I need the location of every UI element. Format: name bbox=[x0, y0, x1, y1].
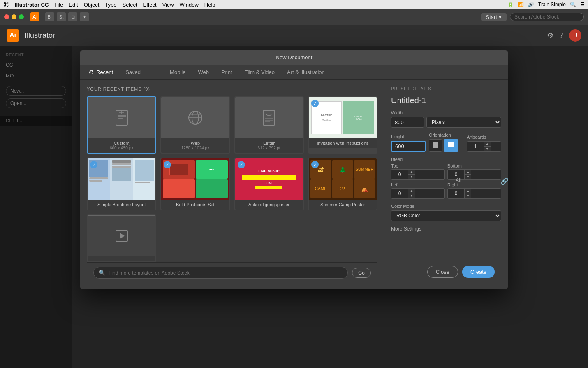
close-traffic-light[interactable] bbox=[4, 14, 9, 19]
create-button[interactable]: Create bbox=[462, 266, 495, 278]
width-input[interactable] bbox=[391, 117, 424, 128]
web-icon bbox=[187, 109, 204, 126]
bleed-top-stepper: ▲ ▼ bbox=[391, 169, 445, 180]
bleed-section: Bleed Top ▲ ▼ bbox=[391, 157, 501, 199]
bleed-label: Bleed bbox=[391, 157, 501, 162]
tab-art-illustration[interactable]: Art & Illustration bbox=[287, 69, 325, 79]
color-mode-select[interactable]: RGB Color CMYK Color Grayscale bbox=[391, 210, 501, 221]
go-button[interactable]: Go bbox=[352, 268, 371, 278]
letter-template-label: Letter 612 x 792 pt bbox=[235, 138, 303, 153]
effect-menu[interactable]: Effect bbox=[143, 2, 157, 8]
train-simple-label: Train Simple bbox=[538, 2, 566, 7]
all-link[interactable]: All bbox=[456, 177, 461, 183]
artboards-decrement[interactable]: ▼ bbox=[484, 147, 491, 151]
summercamp-template-label: Summer Camp Poster bbox=[309, 200, 377, 210]
close-button[interactable]: Close bbox=[427, 266, 458, 278]
portrait-button[interactable] bbox=[429, 139, 442, 152]
volume-icon: 🔊 bbox=[528, 2, 534, 7]
left-label: Left bbox=[391, 182, 445, 187]
width-label: Width bbox=[391, 110, 501, 115]
tab-divider bbox=[155, 71, 155, 78]
traffic-lights bbox=[4, 14, 24, 19]
tab-saved[interactable]: Saved bbox=[125, 69, 141, 79]
view-menu[interactable]: View bbox=[162, 2, 174, 8]
custom-template-label: [Custom] 600 x 450 px bbox=[88, 138, 155, 153]
bleed-left-field: Left ▲ ▼ bbox=[391, 182, 445, 199]
window-menu[interactable]: Window bbox=[180, 2, 199, 8]
stock-search-toolbar[interactable] bbox=[510, 13, 584, 21]
brochure-template-label: Simple Brochure Layout bbox=[88, 200, 155, 210]
fullscreen-traffic-light[interactable] bbox=[19, 14, 24, 19]
wifi-icon: 📶 bbox=[518, 2, 524, 7]
template-custom[interactable]: [Custom] 600 x 450 px bbox=[87, 96, 156, 154]
template-thumb-summercamp: 🏕 🌲 SUMMER CAMP 22 ⛺ bbox=[309, 158, 377, 200]
orientation-field-row: Orientation bbox=[429, 133, 463, 152]
list-icon[interactable]: ☰ bbox=[580, 2, 585, 7]
dialog-body: YOUR RECENT ITEMS (9) bbox=[80, 80, 508, 289]
start-button[interactable]: Start ▾ bbox=[481, 13, 507, 21]
more-settings-link[interactable]: More Settings bbox=[391, 226, 501, 232]
send-icon[interactable]: ✈ bbox=[80, 12, 89, 21]
svg-marker-16 bbox=[120, 233, 125, 239]
bleed-bottom-decrement[interactable]: ▼ bbox=[465, 175, 471, 179]
help-icon[interactable]: ? bbox=[559, 31, 563, 40]
template-brochure[interactable]: ✓ bbox=[87, 158, 156, 210]
artboards-increment[interactable]: ▲ bbox=[484, 142, 491, 147]
width-unit-select[interactable]: Pixels Inches Millimeters Centimeters Po… bbox=[426, 117, 501, 128]
edit-menu[interactable]: Edit bbox=[69, 2, 78, 8]
tab-film-video[interactable]: Film & Video bbox=[245, 69, 275, 79]
apple-menu[interactable]: ⌘ bbox=[3, 1, 9, 8]
check-badge-brochure: ✓ bbox=[90, 161, 97, 168]
battery-icon: 🔋 bbox=[507, 2, 514, 7]
template-postcards[interactable]: ✓ ■■■ bbox=[160, 158, 230, 210]
stock-search-input[interactable] bbox=[109, 270, 343, 276]
bridge-icon[interactable]: Br bbox=[45, 12, 54, 21]
file-menu[interactable]: File bbox=[54, 2, 63, 8]
template-web[interactable]: Web 1280 x 1024 px bbox=[160, 96, 230, 154]
bleed-top-input[interactable] bbox=[391, 170, 408, 179]
user-avatar[interactable]: U bbox=[569, 29, 581, 42]
grid-icon[interactable]: ⊞ bbox=[68, 12, 77, 21]
minimize-traffic-light[interactable] bbox=[12, 14, 16, 19]
tab-print[interactable]: Print bbox=[221, 69, 232, 79]
object-menu[interactable]: Object bbox=[84, 2, 100, 8]
app-toolbar: Ai Br St ⊞ ✈ Start ▾ bbox=[0, 9, 588, 25]
bleed-left-decrement[interactable]: ▼ bbox=[408, 193, 415, 198]
preset-details-label: PRESET DETAILS bbox=[391, 86, 501, 91]
type-menu[interactable]: Type bbox=[105, 2, 116, 8]
help-menu[interactable]: Help bbox=[204, 2, 215, 8]
template-invitation[interactable]: ✓ INVITED Wedding bbox=[308, 96, 377, 154]
bleed-right-increment[interactable]: ▲ bbox=[465, 189, 471, 193]
template-thumb-postcards: ■■■ bbox=[161, 158, 229, 200]
menu-bar: ⌘ Illustrator CC File Edit Object Type S… bbox=[0, 0, 588, 9]
template-video[interactable] bbox=[87, 214, 156, 262]
width-field-row: Width Pixels Inches Millimeters Centimet… bbox=[391, 110, 501, 128]
select-menu[interactable]: Select bbox=[122, 2, 137, 8]
app-name-menu[interactable]: Illustrator CC bbox=[15, 2, 49, 8]
bleed-left-input[interactable] bbox=[391, 189, 408, 198]
settings-icon[interactable]: ⚙ bbox=[547, 31, 553, 40]
landscape-button[interactable] bbox=[444, 139, 458, 152]
bleed-top-decrement[interactable]: ▼ bbox=[408, 175, 415, 179]
template-thumb-letter bbox=[235, 97, 303, 138]
link-icon[interactable]: 🔗 bbox=[500, 177, 508, 185]
template-summercamp[interactable]: ✓ 🏕 🌲 SUMMER CAMP 22 ⛺ bbox=[308, 158, 377, 210]
bleed-right-decrement[interactable]: ▼ bbox=[465, 193, 471, 198]
artboards-input[interactable] bbox=[467, 142, 484, 151]
tab-web[interactable]: Web bbox=[198, 69, 209, 79]
bleed-top-field: Top ▲ ▼ bbox=[391, 163, 445, 180]
tab-mobile[interactable]: Mobile bbox=[170, 69, 185, 79]
stock-icon[interactable]: St bbox=[57, 12, 66, 21]
search-icon[interactable]: 🔍 bbox=[570, 2, 576, 7]
template-letter[interactable]: Letter 612 x 792 pt bbox=[234, 96, 304, 154]
bleed-top-increment[interactable]: ▲ bbox=[408, 170, 415, 175]
tab-recent[interactable]: ⏱ Recent bbox=[88, 69, 113, 79]
bleed-right-input[interactable] bbox=[448, 189, 464, 198]
height-input[interactable] bbox=[391, 141, 426, 152]
bleed-bottom-increment[interactable]: ▲ bbox=[465, 170, 471, 175]
template-ankundigung[interactable]: ✓ LIVE MUSIC CLIMB Ankündigungs bbox=[234, 158, 304, 210]
top-label: Top bbox=[391, 163, 445, 168]
bleed-left-increment[interactable]: ▲ bbox=[408, 189, 415, 193]
height-orient-artboard-row: Height Orientation bbox=[391, 133, 501, 152]
template-thumb-video bbox=[88, 215, 155, 256]
